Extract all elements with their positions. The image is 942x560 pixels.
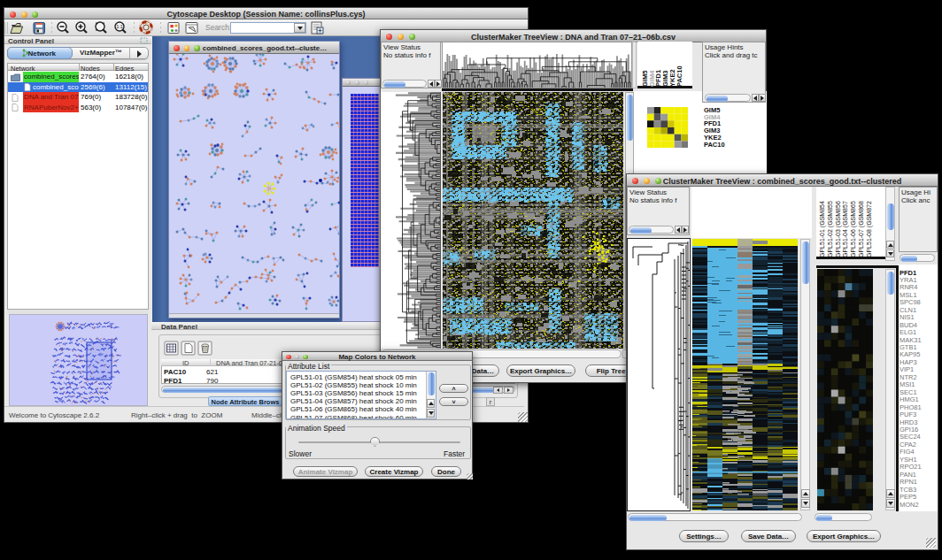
- svg-text:GPL51-06 (GSM865: GPL51-06 (GSM865: [850, 201, 857, 257]
- svg-text:GPL51-01 (GSM854: GPL51-01 (GSM854: [819, 201, 826, 257]
- svg-text:GPL51-04 (GSM857: GPL51-04 (GSM857: [842, 201, 849, 257]
- svg-text:PAC10: PAC10: [676, 65, 683, 87]
- svg-text:GPL51-03 (GSM856: GPL51-03 (GSM856: [835, 201, 842, 257]
- svg-text:GPL51-08 (GSM872: GPL51-08 (GSM872: [866, 201, 873, 257]
- svg-text:GPL51-07 (GSM868: GPL51-07 (GSM868: [858, 201, 865, 257]
- svg-text:1:1: 1:1: [116, 24, 123, 29]
- svg-text:GPL51-02 (GSM855: GPL51-02 (GSM855: [827, 201, 834, 257]
